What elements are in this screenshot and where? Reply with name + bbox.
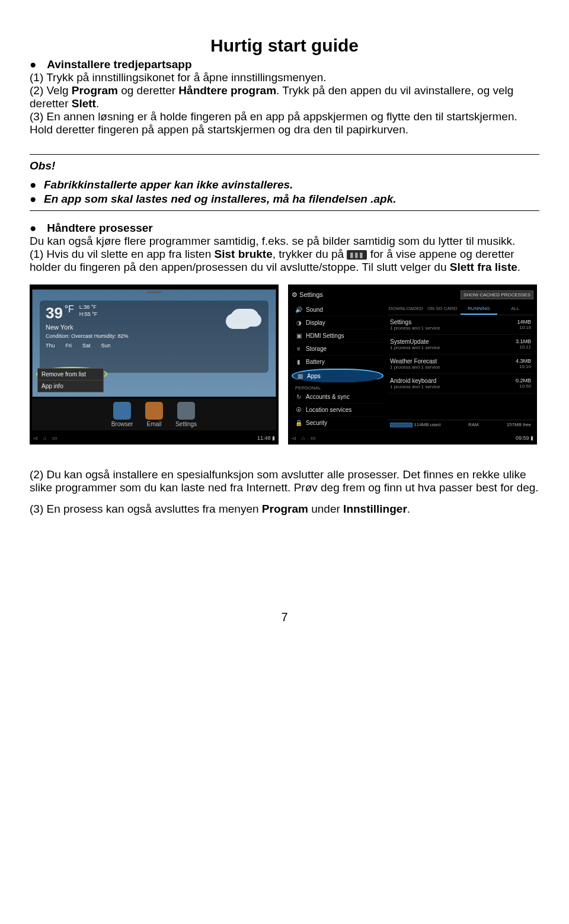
context-menu: Remove from list App info — [37, 368, 104, 392]
figures-row: 39 °F L:36 °F H:55 °F New York Condition… — [30, 284, 539, 445]
menu-remove-from-list: Remove from list — [38, 369, 103, 381]
battery-icon: ▮ — [272, 435, 275, 441]
sidebar-item-location: ⦿Location services — [292, 404, 383, 417]
sidebar-item-sound: 🔊Sound — [292, 303, 383, 316]
sidebar-section-personal: PERSONAL — [292, 383, 383, 391]
list-item: Weather Forecast1 process and 1 service4… — [388, 354, 533, 374]
sidebar-item-security: 🔒Security — [292, 417, 383, 430]
apps-tabs: DOWNLOADED ON SD CARD RUNNING ALL — [388, 303, 533, 315]
tab-all: ALL — [497, 303, 534, 315]
sidebar-item-accounts: ↻Accounts & sync — [292, 391, 383, 404]
page-number: 7 — [30, 610, 539, 624]
sync-icon: ↻ — [295, 394, 302, 400]
uninstall-step-1: (1) Trykk på innstillingsikonet for å åp… — [30, 71, 539, 84]
menu-app-info: App info — [38, 381, 103, 392]
recent-icon: ▭ — [52, 435, 57, 441]
sidebar-item-apps: ▦Apps — [292, 369, 383, 383]
obs-heading: Obs! — [30, 159, 539, 172]
nav-bar: ◅⌂▭ 09:59 ▮ — [288, 431, 537, 445]
cloud-icon — [231, 309, 259, 327]
tab-downloaded: DOWNLOADED — [388, 303, 424, 315]
ram-bar-icon — [390, 423, 413, 427]
app-dock: Browser Email Settings — [32, 398, 276, 430]
ram-footer: 114MB used RAM 157MB free — [388, 420, 533, 429]
bullet-icon: ● — [30, 178, 44, 191]
divider — [30, 210, 539, 211]
display-icon: ◑ — [295, 319, 302, 326]
storage-icon: ≡ — [295, 346, 302, 352]
bullet-icon: ● — [30, 58, 44, 71]
tab-running: RUNNING — [461, 303, 497, 315]
back-icon: ◅ — [292, 435, 296, 441]
dock-settings: Settings — [174, 402, 198, 427]
weather-widget: 39 °F L:36 °F H:55 °F New York Condition… — [40, 300, 268, 373]
obs-item-2: En app som skal lastes ned og installere… — [44, 193, 397, 205]
sidebar-item-battery: ▮Battery — [292, 356, 383, 369]
sidebar-item-storage: ≡Storage — [292, 343, 383, 356]
recent-apps-icon: ▮▮▮ — [347, 250, 367, 260]
list-item: Android keyboard1 process and 1 service0… — [388, 374, 533, 394]
settings-sidebar: 🔊Sound ◑Display ▣HDMI Settings ≡Storage … — [292, 303, 383, 430]
settings-main: DOWNLOADED ON SD CARD RUNNING ALL Settin… — [388, 303, 533, 429]
figure-settings-screen: ⚙ Settings SHOW CACHED PROCESSES 🔊Sound … — [288, 284, 537, 445]
heading-uninstall: Avinstallere tredjepartsapp — [47, 58, 191, 71]
nav-bar: ◅⌂▭ 11:48 ▮ — [30, 431, 279, 445]
gear-icon: ⚙ — [292, 291, 298, 298]
process-step-1: (1) Hvis du vil slette en app fra listen… — [30, 248, 539, 274]
tab-sdcard: ON SD CARD — [424, 303, 461, 315]
uninstall-step-3: (3) En annen løsning er å holde fingeren… — [30, 110, 539, 136]
figure-home-screen: 39 °F L:36 °F H:55 °F New York Condition… — [30, 284, 279, 445]
apps-icon: ▦ — [296, 373, 303, 379]
divider — [30, 154, 539, 155]
process-step-3: (3) En prosess kan også avsluttes fra me… — [30, 503, 539, 516]
settings-title: Settings — [299, 291, 323, 298]
clock: 11:48 — [257, 435, 271, 441]
recent-icon: ▭ — [311, 435, 316, 441]
heading-processes: Håndtere prosesser — [47, 222, 152, 234]
process-steps-continued: (2) Du kan også installere en spesialfun… — [30, 468, 539, 516]
home-icon: ⌂ — [43, 435, 46, 441]
list-item: Settings1 process and 1 service14MB10:18 — [388, 315, 533, 335]
section-uninstall: ● Avinstallere tredjepartsapp (1) Trykk … — [30, 58, 539, 136]
process-intro: Du kan også kjøre flere programmer samti… — [30, 235, 539, 248]
battery-icon: ▮ — [295, 359, 302, 365]
list-item: SystemUpdate1 process and 1 service3.1MB… — [388, 335, 533, 354]
dock-email: Email — [142, 402, 166, 427]
lock-icon: 🔒 — [295, 420, 302, 426]
bullet-icon: ● — [30, 193, 44, 206]
battery-icon: ▮ — [530, 435, 533, 441]
show-cached-button: SHOW CACHED PROCESSES — [461, 290, 533, 299]
uninstall-step-2: (2) Velg Program og deretter Håndtere pr… — [30, 84, 539, 110]
section-processes: ● Håndtere prosesser Du kan også kjøre f… — [30, 222, 539, 274]
location-icon: ⦿ — [295, 407, 302, 413]
process-step-2: (2) Du kan også installere en spesialfun… — [30, 468, 539, 494]
page-title: Hurtig start guide — [30, 36, 539, 56]
sound-icon: 🔊 — [295, 306, 302, 313]
home-icon: ⌂ — [302, 435, 305, 441]
bullet-icon: ● — [30, 222, 44, 235]
hdmi-icon: ▣ — [295, 332, 302, 339]
back-icon: ◅ — [33, 435, 37, 441]
obs-item-1: Fabrikkinstallerte apper kan ikke avinst… — [44, 178, 293, 191]
obs-list: ●Fabrikkinstallerte apper kan ikke avins… — [30, 178, 539, 206]
sidebar-item-display: ◑Display — [292, 316, 383, 330]
running-apps-list: Settings1 process and 1 service14MB10:18… — [388, 315, 533, 394]
sidebar-item-hdmi: ▣HDMI Settings — [292, 330, 383, 343]
dock-browser: Browser — [110, 402, 134, 427]
clock: 09:59 — [516, 435, 529, 441]
